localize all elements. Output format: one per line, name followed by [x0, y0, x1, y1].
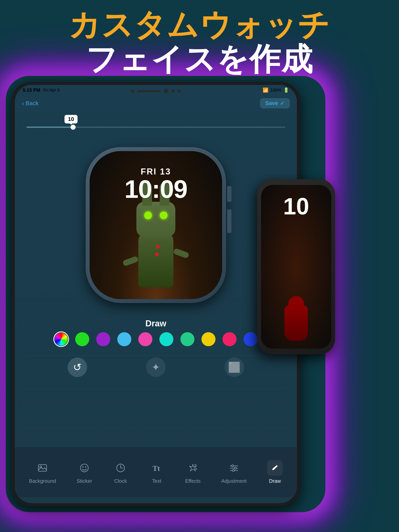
- bottom-toolbar: Background Sticker: [15, 447, 297, 497]
- toolbar-text[interactable]: Tt Text: [149, 460, 164, 484]
- background-label: Background: [29, 478, 56, 484]
- separator-1: [26, 355, 285, 356]
- fnaf-dot-1: [156, 245, 160, 248]
- fnaf-head: [136, 202, 175, 237]
- fnaf-body: [138, 233, 174, 287]
- clock-icon: [113, 460, 129, 476]
- color-blue[interactable]: [244, 332, 257, 346]
- toolbar-effects[interactable]: Effects: [185, 460, 201, 484]
- draw-section-label: Draw: [15, 319, 297, 328]
- watch-frame: FRI 13 10:09: [86, 147, 226, 303]
- color-yellow[interactable]: [201, 332, 215, 346]
- separator-2: [26, 389, 285, 389]
- toolbar-background[interactable]: Background: [29, 460, 56, 484]
- checkmark-icon: ✓: [280, 100, 284, 107]
- slider-thumb[interactable]: [71, 125, 76, 130]
- svg-point-9: [195, 464, 196, 466]
- color-purple[interactable]: [96, 332, 110, 346]
- watch-time: 10:09: [90, 177, 222, 202]
- red-cloak: [284, 306, 308, 341]
- right-watch-screen: 10: [261, 185, 331, 348]
- text-label: Text: [152, 478, 161, 484]
- fnaf-dot-2: [155, 252, 159, 256]
- draw-label-toolbar: Draw: [269, 478, 281, 484]
- toolbar-sticker[interactable]: Sticker: [77, 460, 92, 484]
- toolbar-draw[interactable]: Draw: [267, 460, 283, 484]
- svg-point-3: [82, 466, 84, 468]
- chevron-left-icon: ‹: [22, 100, 24, 107]
- save-label: Save: [265, 100, 278, 106]
- svg-text:Tt: Tt: [153, 464, 160, 472]
- svg-rect-0: [38, 465, 46, 471]
- fnaf-eye-left: [144, 211, 152, 219]
- right-watch-time: 10: [261, 193, 331, 220]
- watch-crown: [227, 186, 232, 202]
- top-nav: ‹ Back Save ✓: [15, 95, 297, 111]
- tools-row: ↺ ✦ ⬜: [15, 358, 297, 377]
- clock-label: Clock: [114, 478, 127, 484]
- color-green[interactable]: [75, 332, 89, 346]
- svg-point-10: [196, 468, 197, 469]
- toolbar-clock[interactable]: Clock: [113, 460, 129, 484]
- color-pink[interactable]: [138, 332, 152, 346]
- svg-point-4: [85, 466, 86, 468]
- status-right: 📶 100% 🔋: [263, 88, 289, 93]
- adjustment-label: Adjustment: [221, 478, 247, 484]
- slider-area: 10: [26, 115, 285, 134]
- red-figure: [281, 294, 312, 341]
- fnaf-arm-right: [173, 248, 189, 259]
- effects-label: Effects: [185, 478, 200, 484]
- color-lightblue[interactable]: [117, 332, 131, 346]
- draw-icon: [267, 460, 283, 476]
- battery-text: 100%: [270, 88, 281, 93]
- sticker-label: Sticker: [77, 478, 92, 484]
- background-icon: [35, 460, 50, 476]
- back-button[interactable]: ‹ Back: [22, 100, 39, 107]
- watch-side-button: [227, 209, 232, 233]
- effects-icon: [185, 460, 201, 476]
- svg-point-14: [234, 467, 236, 469]
- color-teal[interactable]: [180, 332, 194, 346]
- slider-tooltip: 10: [64, 115, 77, 123]
- slider-fill: [26, 127, 73, 128]
- undo-button[interactable]: ↺: [68, 358, 87, 377]
- back-label: Back: [26, 100, 39, 107]
- title-line2: フェイスを作成: [0, 42, 399, 76]
- undo-icon: ↺: [73, 361, 82, 373]
- fnaf-character: [121, 194, 191, 287]
- sparkle-button[interactable]: ✦: [146, 358, 166, 377]
- battery-icon: 🔋: [283, 88, 289, 93]
- right-watch: 10: [257, 179, 335, 355]
- color-hotpink[interactable]: [223, 332, 237, 346]
- adjustment-icon: [226, 460, 242, 476]
- ipad-screen: 5:15 PM Fri Apr 5 📶 100% 🔋 ‹ Back Save ✓: [15, 85, 297, 503]
- sticker-icon: [77, 460, 92, 476]
- svg-point-12: [232, 465, 234, 467]
- fnaf-arm-left: [122, 256, 139, 266]
- sparkle-icon: ✦: [152, 361, 160, 373]
- color-palette: [15, 332, 297, 346]
- status-bar: 5:15 PM Fri Apr 5 📶 100% 🔋: [15, 85, 297, 95]
- color-rainbow[interactable]: [54, 332, 68, 346]
- text-icon: Tt: [149, 460, 164, 476]
- svg-point-16: [232, 469, 234, 471]
- color-cyan[interactable]: [159, 332, 174, 346]
- status-date: Fri Apr 5: [44, 88, 60, 93]
- wifi-icon: 📶: [263, 88, 269, 93]
- title-area: カスタムウォッチ フェイスを作成: [0, 8, 399, 76]
- ipad-frame: 5:15 PM Fri Apr 5 📶 100% 🔋 ‹ Back Save ✓: [12, 82, 300, 506]
- title-line1: カスタムウォッチ: [0, 8, 399, 42]
- toolbar-adjustment[interactable]: Adjustment: [221, 460, 247, 484]
- svg-point-2: [80, 464, 88, 472]
- ipad-container: 5:15 PM Fri Apr 5 📶 100% 🔋 ‹ Back Save ✓: [12, 82, 320, 506]
- eraser-icon: ⬜: [228, 361, 241, 373]
- slider-track[interactable]: [26, 127, 285, 128]
- watch-screen: FRI 13 10:09: [90, 151, 222, 299]
- eraser-button[interactable]: ⬜: [225, 358, 244, 377]
- status-time: 5:15 PM: [23, 88, 40, 93]
- save-button[interactable]: Save ✓: [260, 98, 290, 108]
- fnaf-eye-right: [160, 211, 167, 219]
- watch-area: FRI 13 10:09: [15, 139, 297, 311]
- slider-value: 10: [68, 116, 74, 122]
